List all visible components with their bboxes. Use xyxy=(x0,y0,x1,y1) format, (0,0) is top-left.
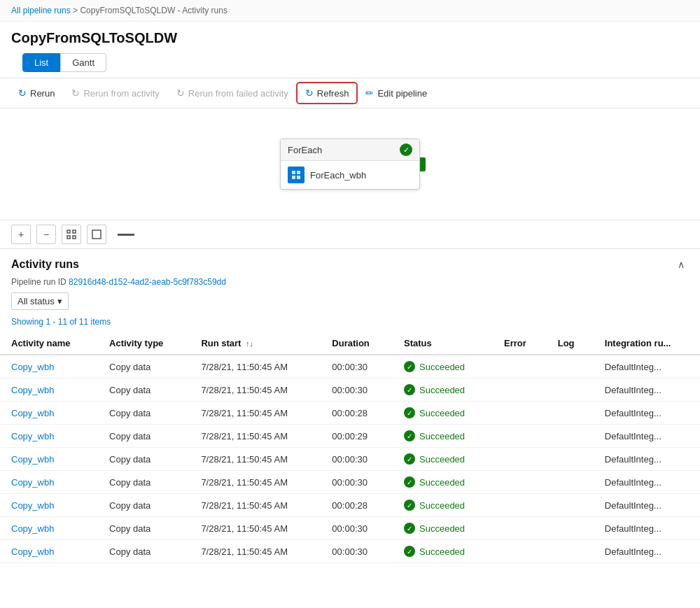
cell-log xyxy=(547,425,594,448)
svg-rect-6 xyxy=(67,236,70,239)
activity-node[interactable]: ForEach ✓ ForEach_wbh xyxy=(280,139,420,190)
cell-error xyxy=(493,517,547,540)
breadcrumb-separator: > xyxy=(73,6,78,15)
rerun-from-activity-button[interactable]: ↻ Rerun from activity xyxy=(64,84,166,102)
tab-gantt[interactable]: Gantt xyxy=(60,53,106,72)
cell-duration: 00:00:30 xyxy=(321,471,393,494)
cell-activity-type: Copy data xyxy=(98,448,190,471)
table-row[interactable]: Copy_wbhCopy data7/28/21, 11:50:45 AM00:… xyxy=(0,494,700,517)
svg-rect-8 xyxy=(92,230,101,239)
edit-pipeline-label: Edit pipeline xyxy=(377,88,427,99)
cell-run-start: 7/28/21, 11:50:45 AM xyxy=(190,494,321,517)
cell-status: ✓Succeeded xyxy=(393,379,493,402)
rerun-from-failed-button[interactable]: ↻ Rerun from failed activity xyxy=(169,84,295,102)
edit-pipeline-button[interactable]: ✏ Edit pipeline xyxy=(358,84,434,102)
table-row[interactable]: Copy_wbhCopy data7/28/21, 11:50:45 AM00:… xyxy=(0,402,700,425)
status-icon: ✓ xyxy=(404,453,415,465)
cell-integration-runtime: DefaultInteg... xyxy=(594,425,700,448)
page-title: CopyFromSQLToSQLDW xyxy=(11,30,689,46)
zoom-out-button[interactable]: − xyxy=(36,225,56,244)
activity-runs-table: Activity name Activity type Run start ↑↓… xyxy=(0,332,700,563)
cell-duration: 00:00:30 xyxy=(321,517,393,540)
cell-activity-type: Copy data xyxy=(98,425,190,448)
cell-duration: 00:00:30 xyxy=(321,448,393,471)
col-header-error: Error xyxy=(493,332,547,355)
fit-button[interactable] xyxy=(62,225,81,244)
showing-label: Showing 1 - 11 of 11 items xyxy=(0,314,700,332)
status-filter-button[interactable]: All status ▾ xyxy=(11,292,69,310)
rerun-from-activity-label: Rerun from activity xyxy=(83,88,159,99)
breadcrumb-parent-link[interactable]: All pipeline runs xyxy=(11,6,71,15)
collapse-button[interactable]: ∧ xyxy=(673,257,689,271)
table-row[interactable]: Copy_wbhCopy data7/28/21, 11:50:45 AM00:… xyxy=(0,379,700,402)
cell-error xyxy=(493,425,547,448)
refresh-icon: ↻ xyxy=(305,87,314,99)
cell-error xyxy=(493,494,547,517)
rerun-button[interactable]: ↻ Rerun xyxy=(11,84,62,102)
cell-integration-runtime: DefaultInteg... xyxy=(594,494,700,517)
table-row[interactable]: Copy_wbhCopy data7/28/21, 11:50:45 AM00:… xyxy=(0,355,700,379)
diagram-controls: + − xyxy=(0,220,700,249)
toolbar: ↻ Rerun ↻ Rerun from activity ↻ Rerun fr… xyxy=(0,78,700,108)
cell-error xyxy=(493,471,547,494)
cell-integration-runtime: DefaultInteg... xyxy=(594,471,700,494)
cell-integration-runtime: DefaultInteg... xyxy=(594,448,700,471)
cell-activity-type: Copy data xyxy=(98,517,190,540)
col-header-status: Status xyxy=(393,332,493,355)
cell-run-start: 7/28/21, 11:50:45 AM xyxy=(190,425,321,448)
table-row[interactable]: Copy_wbhCopy data7/28/21, 11:50:45 AM00:… xyxy=(0,425,700,448)
pipeline-run-id-value[interactable]: 82916d48-d152-4ad2-aeab-5c9f783c59dd xyxy=(69,277,226,287)
diagram-area: ForEach ✓ ForEach_wbh xyxy=(0,108,700,220)
status-text: Succeeded xyxy=(419,362,465,372)
status-text: Succeeded xyxy=(419,431,465,441)
status-filter-chevron-icon: ▾ xyxy=(57,296,62,306)
cell-activity-name: Copy_wbh xyxy=(0,355,98,379)
cell-duration: 00:00:30 xyxy=(321,355,393,379)
cell-run-start: 7/28/21, 11:50:45 AM xyxy=(190,379,321,402)
breadcrumb-current: CopyFromSQLToSQLDW - Activity runs xyxy=(80,6,227,15)
cell-integration-runtime: DefaultInteg... xyxy=(594,517,700,540)
status-icon: ✓ xyxy=(404,500,415,511)
cell-status: ✓Succeeded xyxy=(393,448,493,471)
cell-activity-name: Copy_wbh xyxy=(0,540,98,563)
tab-list[interactable]: List xyxy=(22,53,60,72)
status-icon: ✓ xyxy=(404,430,415,441)
status-text: Succeeded xyxy=(419,477,465,488)
cell-status: ✓Succeeded xyxy=(393,425,493,448)
table-row[interactable]: Copy_wbhCopy data7/28/21, 11:50:45 AM00:… xyxy=(0,448,700,471)
zoom-in-button[interactable]: + xyxy=(11,225,31,244)
svg-rect-2 xyxy=(292,176,295,179)
cell-duration: 00:00:28 xyxy=(321,494,393,517)
edit-pipeline-icon: ✏ xyxy=(365,87,374,99)
col-header-activity-name: Activity name xyxy=(0,332,98,355)
cell-activity-type: Copy data xyxy=(98,355,190,379)
cell-log xyxy=(547,517,594,540)
status-filter-label: All status xyxy=(18,296,55,306)
pipeline-run-id-row: Pipeline run ID 82916d48-d152-4ad2-aeab-… xyxy=(0,277,700,292)
cell-activity-name: Copy_wbh xyxy=(0,402,98,425)
table-row[interactable]: Copy_wbhCopy data7/28/21, 11:50:45 AM00:… xyxy=(0,540,700,563)
rerun-icon: ↻ xyxy=(18,87,27,99)
cell-log xyxy=(547,355,594,379)
cell-activity-type: Copy data xyxy=(98,494,190,517)
node-side-indicator xyxy=(420,157,426,171)
pipeline-run-id-label: Pipeline run ID xyxy=(11,277,66,287)
activity-node-name: ForEach_wbh xyxy=(310,170,366,181)
cell-status: ✓Succeeded xyxy=(393,471,493,494)
svg-rect-4 xyxy=(67,230,70,233)
refresh-button[interactable]: ↻ Refresh xyxy=(298,84,356,102)
table-row[interactable]: Copy_wbhCopy data7/28/21, 11:50:45 AM00:… xyxy=(0,517,700,540)
activity-node-header: ForEach ✓ xyxy=(281,139,419,161)
status-icon: ✓ xyxy=(404,476,415,488)
cell-duration: 00:00:30 xyxy=(321,379,393,402)
table-row[interactable]: Copy_wbhCopy data7/28/21, 11:50:45 AM00:… xyxy=(0,471,700,494)
cell-run-start: 7/28/21, 11:50:45 AM xyxy=(190,402,321,425)
cell-integration-runtime: DefaultInteg... xyxy=(594,355,700,379)
cell-activity-name: Copy_wbh xyxy=(0,448,98,471)
cell-activity-type: Copy data xyxy=(98,540,190,563)
col-header-run-start[interactable]: Run start ↑↓ xyxy=(190,332,321,355)
tab-bar: List Gantt xyxy=(11,53,689,72)
activity-node-title: ForEach xyxy=(288,145,322,155)
cell-log xyxy=(547,471,594,494)
reset-view-button[interactable] xyxy=(87,225,106,244)
